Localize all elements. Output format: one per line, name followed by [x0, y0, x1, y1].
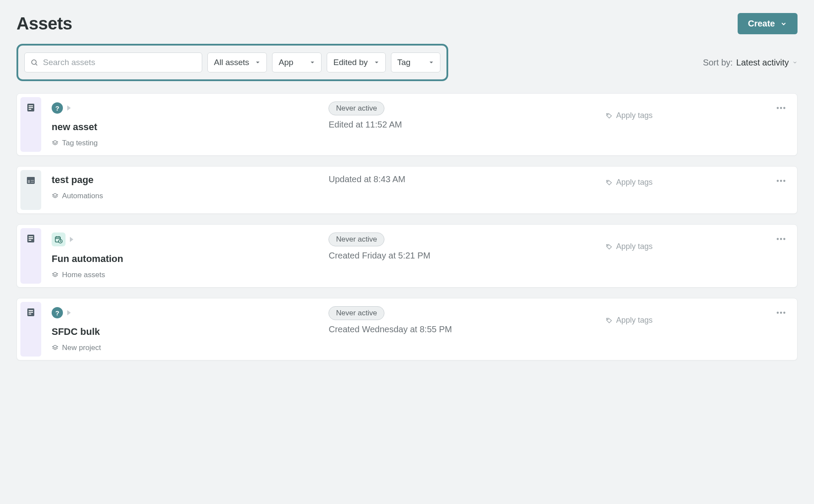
- expand-triangle-icon[interactable]: [67, 105, 71, 111]
- filter-edited-by[interactable]: Edited by: [327, 52, 385, 72]
- apply-tags-button[interactable]: Apply tags: [606, 174, 767, 187]
- svg-rect-16: [27, 177, 35, 179]
- asset-timestamp: Edited at 11:52 AM: [328, 120, 597, 130]
- svg-rect-17: [28, 180, 30, 183]
- asset-folder[interactable]: Home assets: [52, 271, 320, 279]
- svg-line-1: [36, 64, 37, 65]
- svg-rect-28: [29, 240, 31, 241]
- caret-down-icon: [429, 60, 434, 65]
- sort-by-label: Sort by:: [703, 58, 733, 68]
- svg-rect-40: [29, 310, 33, 311]
- asset-folder[interactable]: Automations: [52, 192, 320, 200]
- expand-triangle-icon[interactable]: [70, 237, 73, 242]
- caret-down-icon: [255, 60, 260, 65]
- filter-all-assets[interactable]: All assets: [207, 52, 267, 72]
- asset-type-icon: [20, 302, 41, 357]
- more-menu-button[interactable]: [775, 174, 787, 187]
- status-pill: Never active: [328, 101, 384, 115]
- asset-folder-label: Home assets: [62, 271, 105, 279]
- apply-tags-label: Apply tags: [616, 316, 653, 325]
- schedule-badge-icon: [52, 232, 66, 246]
- svg-point-21: [607, 181, 608, 182]
- more-menu-button[interactable]: [775, 232, 787, 245]
- asset-title[interactable]: new asset: [52, 121, 320, 133]
- svg-rect-9: [29, 109, 31, 110]
- apply-tags-button[interactable]: Apply tags: [606, 101, 767, 120]
- sort-by-value: Latest activity: [736, 58, 789, 68]
- svg-rect-8: [29, 107, 33, 108]
- svg-rect-7: [29, 105, 33, 106]
- svg-point-45: [777, 312, 779, 314]
- expand-triangle-icon[interactable]: [67, 310, 71, 315]
- svg-point-0: [32, 60, 36, 65]
- asset-title[interactable]: SFDC bulk: [52, 326, 320, 337]
- svg-point-44: [607, 319, 608, 320]
- filter-all-assets-label: All assets: [214, 58, 249, 67]
- caret-down-icon: [374, 60, 379, 65]
- svg-rect-18: [31, 180, 34, 181]
- svg-point-37: [780, 238, 782, 240]
- asset-folder-label: Tag testing: [62, 139, 98, 147]
- asset-timestamp: Created Wednesday at 8:55 PM: [328, 324, 597, 334]
- svg-marker-4: [375, 62, 378, 63]
- asset-card[interactable]: test pageAutomationsUpdated at 8:43 AMAp…: [16, 166, 798, 214]
- help-badge-icon[interactable]: ?: [52, 307, 63, 318]
- apply-tags-button[interactable]: Apply tags: [606, 232, 767, 251]
- svg-rect-27: [29, 238, 33, 239]
- filter-app-label: App: [279, 58, 293, 67]
- chevron-down-icon: [780, 20, 787, 27]
- svg-rect-42: [29, 314, 31, 314]
- filter-tag[interactable]: Tag: [391, 52, 440, 72]
- chevron-down-icon: [792, 60, 798, 65]
- svg-rect-19: [31, 182, 34, 183]
- asset-card[interactable]: Fun automationHome assetsNever activeCre…: [16, 224, 798, 288]
- svg-point-13: [780, 107, 782, 109]
- svg-point-35: [607, 245, 608, 246]
- sort-by[interactable]: Sort by: Latest activity: [703, 58, 798, 68]
- filter-app[interactable]: App: [272, 52, 322, 72]
- svg-point-38: [783, 238, 785, 240]
- svg-point-23: [780, 180, 782, 182]
- asset-card[interactable]: ?new assetTag testingNever activeEdited …: [16, 93, 798, 156]
- asset-title[interactable]: Fun automation: [52, 253, 320, 265]
- svg-point-14: [783, 107, 785, 109]
- create-button[interactable]: Create: [738, 13, 798, 34]
- search-input[interactable]: [24, 52, 202, 72]
- caret-down-icon: [310, 60, 315, 65]
- page-title: Assets: [16, 14, 72, 33]
- more-menu-button[interactable]: [775, 101, 787, 114]
- svg-marker-43: [53, 345, 58, 348]
- filter-tag-label: Tag: [397, 58, 411, 67]
- apply-tags-label: Apply tags: [616, 111, 653, 120]
- status-pill: Never active: [328, 306, 384, 320]
- create-button-label: Create: [748, 19, 775, 29]
- asset-timestamp: Created Friday at 5:21 PM: [328, 251, 597, 261]
- asset-card[interactable]: ?SFDC bulkNew projectNever activeCreated…: [16, 298, 798, 360]
- svg-point-46: [780, 312, 782, 314]
- svg-marker-3: [311, 62, 314, 63]
- asset-folder-label: New project: [62, 344, 101, 352]
- svg-point-24: [783, 180, 785, 182]
- asset-type-icon: [20, 228, 41, 284]
- svg-marker-20: [53, 193, 58, 196]
- svg-marker-2: [256, 62, 259, 63]
- help-badge-icon[interactable]: ?: [52, 102, 63, 114]
- asset-folder[interactable]: Tag testing: [52, 139, 320, 147]
- svg-marker-34: [53, 272, 58, 275]
- svg-point-36: [777, 238, 779, 240]
- asset-title[interactable]: test page: [52, 174, 320, 186]
- status-pill: Never active: [328, 232, 384, 246]
- asset-type-icon: [20, 97, 41, 152]
- asset-timestamp: Updated at 8:43 AM: [328, 174, 597, 184]
- filter-edited-by-label: Edited by: [333, 58, 368, 67]
- svg-point-47: [783, 312, 785, 314]
- apply-tags-label: Apply tags: [616, 242, 653, 251]
- apply-tags-button[interactable]: Apply tags: [606, 306, 767, 325]
- svg-point-22: [777, 180, 779, 182]
- more-menu-button[interactable]: [775, 306, 787, 318]
- filter-bar: All assets App Edited by Tag: [16, 44, 448, 81]
- svg-point-12: [777, 107, 779, 109]
- svg-rect-41: [29, 312, 33, 313]
- apply-tags-label: Apply tags: [616, 178, 653, 187]
- asset-folder[interactable]: New project: [52, 344, 320, 352]
